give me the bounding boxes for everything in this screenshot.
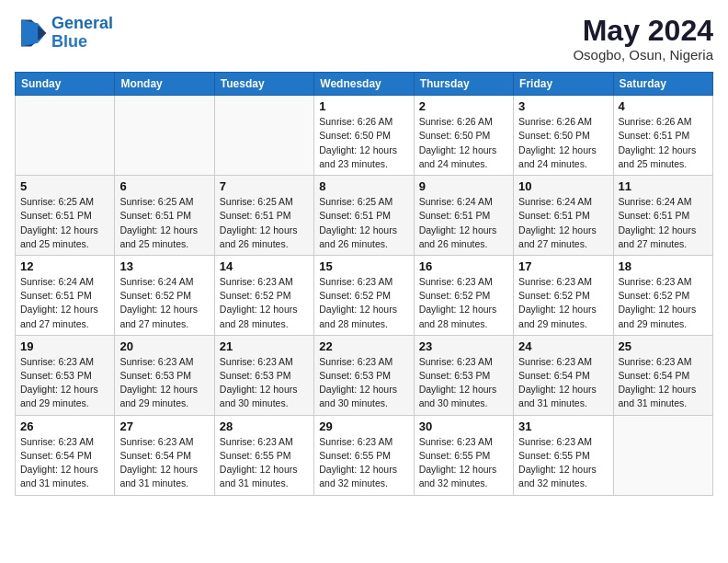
calendar-cell [214,96,313,176]
calendar-cell: 31Sunrise: 6:23 AM Sunset: 6:55 PM Dayli… [514,415,613,495]
day-number: 25 [619,339,708,353]
logo-general: General [51,14,113,32]
day-info: Sunrise: 6:23 AM Sunset: 6:53 PM Dayligh… [319,355,408,411]
calendar-cell: 24Sunrise: 6:23 AM Sunset: 6:54 PM Dayli… [514,335,613,415]
day-number: 6 [119,179,209,193]
day-number: 28 [220,419,309,433]
calendar-cell: 14Sunrise: 6:23 AM Sunset: 6:52 PM Dayli… [214,255,313,335]
calendar-cell: 23Sunrise: 6:23 AM Sunset: 6:53 PM Dayli… [414,335,513,415]
day-number: 14 [220,259,309,273]
month-year: May 2024 [573,15,713,47]
calendar-cell: 3Sunrise: 6:26 AM Sunset: 6:50 PM Daylig… [514,96,613,176]
day-number: 26 [20,419,109,433]
calendar-cell: 19Sunrise: 6:23 AM Sunset: 6:53 PM Dayli… [16,335,115,415]
logo-icon [15,17,48,50]
calendar-cell: 12Sunrise: 6:24 AM Sunset: 6:51 PM Dayli… [16,255,115,335]
day-info: Sunrise: 6:26 AM Sunset: 6:51 PM Dayligh… [619,115,708,171]
day-info: Sunrise: 6:25 AM Sunset: 6:51 PM Dayligh… [220,195,309,251]
location: Osogbo, Osun, Nigeria [573,47,713,63]
day-info: Sunrise: 6:23 AM Sunset: 6:55 PM Dayligh… [220,435,309,491]
day-number: 30 [419,419,508,433]
calendar-cell [16,96,115,176]
day-info: Sunrise: 6:23 AM Sunset: 6:52 PM Dayligh… [619,275,708,331]
day-number: 29 [319,419,408,433]
day-info: Sunrise: 6:23 AM Sunset: 6:53 PM Dayligh… [419,355,508,411]
day-number: 21 [220,339,309,353]
day-number: 4 [619,99,708,113]
calendar-cell: 6Sunrise: 6:25 AM Sunset: 6:51 PM Daylig… [115,176,214,256]
day-of-week-header: Sunday [16,73,115,96]
calendar-cell: 29Sunrise: 6:23 AM Sunset: 6:55 PM Dayli… [314,415,414,495]
calendar-cell: 25Sunrise: 6:23 AM Sunset: 6:54 PM Dayli… [613,335,712,415]
calendar-cell: 28Sunrise: 6:23 AM Sunset: 6:55 PM Dayli… [214,415,313,495]
day-number: 1 [319,99,408,113]
page-header: General Blue May 2024 Osogbo, Osun, Nige… [15,15,713,63]
calendar-cell: 17Sunrise: 6:23 AM Sunset: 6:52 PM Dayli… [514,255,613,335]
calendar-cell: 18Sunrise: 6:23 AM Sunset: 6:52 PM Dayli… [613,255,712,335]
day-number: 9 [419,179,508,193]
day-number: 19 [20,339,109,353]
calendar-cell: 15Sunrise: 6:23 AM Sunset: 6:52 PM Dayli… [314,255,414,335]
day-info: Sunrise: 6:24 AM Sunset: 6:51 PM Dayligh… [419,195,508,251]
day-number: 7 [220,179,309,193]
day-number: 23 [419,339,508,353]
calendar-cell: 9Sunrise: 6:24 AM Sunset: 6:51 PM Daylig… [414,176,513,256]
calendar-cell: 30Sunrise: 6:23 AM Sunset: 6:55 PM Dayli… [414,415,513,495]
calendar-cell: 20Sunrise: 6:23 AM Sunset: 6:53 PM Dayli… [115,335,214,415]
title-block: May 2024 Osogbo, Osun, Nigeria [573,15,713,63]
day-of-week-header: Saturday [613,73,712,96]
calendar-week-row: 26Sunrise: 6:23 AM Sunset: 6:54 PM Dayli… [16,415,713,495]
calendar-cell: 13Sunrise: 6:24 AM Sunset: 6:52 PM Dayli… [115,255,214,335]
day-info: Sunrise: 6:23 AM Sunset: 6:55 PM Dayligh… [319,435,408,491]
day-number: 5 [20,179,109,193]
day-number: 20 [119,339,209,353]
day-info: Sunrise: 6:23 AM Sunset: 6:52 PM Dayligh… [419,275,508,331]
day-number: 2 [419,99,508,113]
day-info: Sunrise: 6:25 AM Sunset: 6:51 PM Dayligh… [119,195,209,251]
day-of-week-header: Thursday [414,73,513,96]
day-number: 3 [518,99,608,113]
day-number: 31 [518,419,608,433]
calendar-cell: 26Sunrise: 6:23 AM Sunset: 6:54 PM Dayli… [16,415,115,495]
calendar-table: SundayMondayTuesdayWednesdayThursdayFrid… [15,72,713,495]
day-info: Sunrise: 6:23 AM Sunset: 6:54 PM Dayligh… [619,355,708,411]
day-number: 10 [518,179,608,193]
day-number: 16 [419,259,508,273]
calendar-week-row: 5Sunrise: 6:25 AM Sunset: 6:51 PM Daylig… [16,176,713,256]
day-info: Sunrise: 6:25 AM Sunset: 6:51 PM Dayligh… [20,195,109,251]
day-info: Sunrise: 6:23 AM Sunset: 6:52 PM Dayligh… [319,275,408,331]
day-info: Sunrise: 6:26 AM Sunset: 6:50 PM Dayligh… [419,115,508,171]
day-info: Sunrise: 6:24 AM Sunset: 6:51 PM Dayligh… [619,195,708,251]
day-info: Sunrise: 6:24 AM Sunset: 6:52 PM Dayligh… [119,275,209,331]
calendar-cell: 2Sunrise: 6:26 AM Sunset: 6:50 PM Daylig… [414,96,513,176]
day-info: Sunrise: 6:23 AM Sunset: 6:53 PM Dayligh… [220,355,309,411]
day-info: Sunrise: 6:24 AM Sunset: 6:51 PM Dayligh… [20,275,109,331]
calendar-cell: 4Sunrise: 6:26 AM Sunset: 6:51 PM Daylig… [613,96,712,176]
svg-marker-2 [21,19,38,46]
calendar-cell: 10Sunrise: 6:24 AM Sunset: 6:51 PM Dayli… [514,176,613,256]
calendar-cell: 11Sunrise: 6:24 AM Sunset: 6:51 PM Dayli… [613,176,712,256]
day-info: Sunrise: 6:26 AM Sunset: 6:50 PM Dayligh… [319,115,408,171]
day-number: 15 [319,259,408,273]
day-number: 18 [619,259,708,273]
day-info: Sunrise: 6:25 AM Sunset: 6:51 PM Dayligh… [319,195,408,251]
day-info: Sunrise: 6:23 AM Sunset: 6:55 PM Dayligh… [419,435,508,491]
calendar-week-row: 12Sunrise: 6:24 AM Sunset: 6:51 PM Dayli… [16,255,713,335]
calendar-cell [613,415,712,495]
calendar-cell: 8Sunrise: 6:25 AM Sunset: 6:51 PM Daylig… [314,176,414,256]
day-number: 13 [119,259,209,273]
logo: General Blue [15,15,113,52]
day-number: 27 [119,419,209,433]
day-number: 12 [20,259,109,273]
calendar-cell: 21Sunrise: 6:23 AM Sunset: 6:53 PM Dayli… [214,335,313,415]
logo-text: General Blue [51,15,113,52]
calendar-cell: 1Sunrise: 6:26 AM Sunset: 6:50 PM Daylig… [314,96,414,176]
day-number: 22 [319,339,408,353]
calendar-cell: 16Sunrise: 6:23 AM Sunset: 6:52 PM Dayli… [414,255,513,335]
calendar-week-row: 19Sunrise: 6:23 AM Sunset: 6:53 PM Dayli… [16,335,713,415]
calendar-cell: 5Sunrise: 6:25 AM Sunset: 6:51 PM Daylig… [16,176,115,256]
logo-blue: Blue [51,32,87,51]
day-of-week-header: Wednesday [314,73,414,96]
day-info: Sunrise: 6:23 AM Sunset: 6:54 PM Dayligh… [119,435,209,491]
day-info: Sunrise: 6:23 AM Sunset: 6:54 PM Dayligh… [20,435,109,491]
